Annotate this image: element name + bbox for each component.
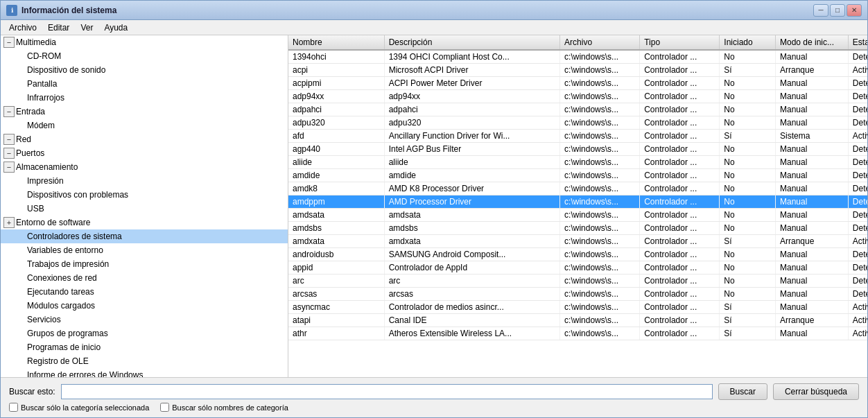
cell-tipo: Controlador ... — [640, 301, 720, 314]
table-row[interactable]: acpipmiACPI Power Meter Driverc:\windows… — [288, 77, 867, 90]
table-row[interactable]: amdk8AMD K8 Processor Driverc:\windows\s… — [288, 182, 867, 195]
table-row[interactable]: agp440Intel AGP Bus Filterc:\windows\s..… — [288, 143, 867, 156]
table-row[interactable]: acpiMicrosoft ACPI Driverc:\windows\s...… — [288, 64, 867, 77]
cell-archivo: c:\windows\s... — [560, 116, 640, 130]
table-row[interactable]: afdAncillary Function Driver for Wi...c:… — [288, 130, 867, 143]
cell-descripcion: Intel AGP Bus Filter — [384, 143, 559, 156]
tree-item-controladores-sistema[interactable]: Controladores de sistema — [1, 229, 288, 243]
table-row[interactable]: amdxataamdxatac:\windows\s...Controlador… — [288, 235, 867, 248]
table-row[interactable]: amdsbsamdsbsc:\windows\s...Controlador .… — [288, 222, 867, 235]
tree-item-impresion[interactable]: Impresión — [1, 174, 288, 188]
cell-tipo: Controlador ... — [640, 222, 720, 235]
minimize-button[interactable]: ─ — [813, 4, 828, 17]
col-header-tipo[interactable]: Tipo — [640, 35, 720, 50]
search-options: Buscar sólo la categoría seleccionada Bu… — [9, 403, 859, 412]
tree-item-multimedia[interactable]: −Multimedia — [1, 35, 288, 49]
cell-modo: Manual — [775, 248, 848, 261]
cell-estado: Detenido — [848, 222, 867, 235]
tree-item-puertos[interactable]: −Puertos — [1, 146, 288, 160]
maximize-button[interactable]: □ — [830, 4, 845, 17]
close-button[interactable]: ✕ — [847, 4, 862, 17]
tree-item-dispositivo-sonido[interactable]: Dispositivo de sonido — [1, 63, 288, 77]
table-row[interactable]: arcsasarcsasc:\windows\s...Controlador .… — [288, 288, 867, 301]
search-option-1[interactable]: Buscar sólo la categoría seleccionada — [9, 403, 149, 412]
tree-toggle-red[interactable]: − — [3, 134, 15, 145]
tree-item-conexiones-red[interactable]: Conexiones de red — [1, 271, 288, 285]
search-option-2-checkbox[interactable] — [160, 403, 169, 412]
tree-item-entrada[interactable]: −Entrada — [1, 105, 288, 119]
tree-item-cd-rom[interactable]: CD-ROM — [1, 49, 288, 63]
tree-toggle-multimedia[interactable]: − — [3, 37, 15, 48]
table-row[interactable]: amdideamdidec:\windows\s...Controlador .… — [288, 169, 867, 182]
col-header-modo[interactable]: Modo de inic... — [775, 35, 848, 50]
tree-label-grupos-programas: Grupos de programas — [27, 329, 108, 338]
cell-tipo: Controlador ... — [640, 275, 720, 288]
tree-item-pantalla[interactable]: Pantalla — [1, 77, 288, 91]
cell-archivo: c:\windows\s... — [560, 169, 640, 182]
tree-item-infrarrojos[interactable]: Infrarrojos — [1, 91, 288, 105]
tree-toggle-almacenamiento[interactable]: − — [3, 162, 15, 173]
tree-label-programas-inicio: Programas de inicio — [27, 342, 101, 352]
tree-item-grupos-programas[interactable]: Grupos de programas — [1, 326, 288, 340]
window-controls: ─ □ ✕ — [813, 4, 862, 17]
tree-container[interactable]: −MultimediaCD-ROMDispositivo de sonidoPa… — [1, 35, 288, 377]
tree-item-variables-entorno[interactable]: Variables de entorno — [1, 243, 288, 257]
cell-iniciado: No — [720, 182, 776, 195]
table-row[interactable]: 1394ohci1394 OHCI Compliant Host Co...c:… — [288, 50, 867, 64]
table-row[interactable]: athrAtheros Extensible Wireless LA...c:\… — [288, 327, 867, 340]
tree-toggle-puertos[interactable]: − — [3, 148, 15, 159]
col-header-descripcion[interactable]: Descripción — [384, 35, 559, 50]
menu-ver[interactable]: Ver — [75, 21, 98, 34]
tree-item-red[interactable]: −Red — [1, 132, 288, 146]
table-container[interactable]: NombreDescripciónArchivoTipoIniciadoModo… — [288, 35, 867, 377]
search-input[interactable] — [61, 384, 713, 399]
cell-archivo: c:\windows\s... — [560, 90, 640, 103]
tree-item-trabajos-impresion[interactable]: Trabajos de impresión — [1, 257, 288, 271]
table-row[interactable]: aliidealiidec:\windows\s...Controlador .… — [288, 156, 867, 169]
search-option-1-checkbox[interactable] — [9, 403, 18, 412]
tree-item-modulos-cargados[interactable]: Módulos cargados — [1, 299, 288, 313]
table-row[interactable]: amdppmAMD Processor Driverc:\windows\s..… — [288, 195, 867, 209]
table-row[interactable]: androidusbSAMSUNG Android Composit...c:\… — [288, 248, 867, 261]
cell-nombre: adp94xx — [288, 90, 384, 103]
tree-item-dispositivos-problemas[interactable]: Dispositivos con problemas — [1, 188, 288, 202]
cell-modo: Manual — [775, 116, 848, 130]
col-header-iniciado[interactable]: Iniciado — [720, 35, 776, 50]
table-row[interactable]: amdsataamdsatac:\windows\s...Controlador… — [288, 209, 867, 222]
tree-toggle-entorno-software[interactable]: + — [3, 217, 15, 228]
cell-tipo: Controlador ... — [640, 248, 720, 261]
cell-iniciado: No — [720, 156, 776, 169]
search-option-2[interactable]: Buscar sólo nombres de categoría — [160, 403, 288, 412]
cell-modo: Manual — [775, 195, 848, 209]
tree-item-usb[interactable]: USB — [1, 202, 288, 216]
tree-item-informe-errores[interactable]: Informe de errores de Windows — [1, 368, 288, 377]
tree-item-ejecutando-tareas[interactable]: Ejecutando tareas — [1, 285, 288, 299]
window-title: Información del sistema — [21, 6, 813, 15]
table-row[interactable]: arcarcc:\windows\s...Controlador ...NoMa… — [288, 275, 867, 288]
table-row[interactable]: appidControlador de AppIdc:\windows\s...… — [288, 261, 867, 275]
table-row[interactable]: adpahciadpahcic:\windows\s...Controlador… — [288, 103, 867, 116]
cell-descripcion: Canal IDE — [384, 314, 559, 327]
menu-archivo[interactable]: Archivo — [3, 21, 42, 34]
tree-item-servicios[interactable]: Servicios — [1, 313, 288, 326]
table-row[interactable]: adp94xxadp94xxc:\windows\s...Controlador… — [288, 90, 867, 103]
col-header-nombre[interactable]: Nombre — [288, 35, 384, 50]
tree-item-registro-ole[interactable]: Registro de OLE — [1, 354, 288, 368]
tree-toggle-entrada[interactable]: − — [3, 106, 15, 117]
table-row[interactable]: asyncmacControlador de medios asincr...c… — [288, 301, 867, 314]
tree-item-modem[interactable]: Módem — [1, 119, 288, 132]
menu-editar[interactable]: Editar — [42, 21, 75, 34]
close-search-button[interactable]: Cerrar búsqueda — [773, 383, 859, 400]
tree-item-programas-inicio[interactable]: Programas de inicio — [1, 340, 288, 354]
tree-item-entorno-software[interactable]: +Entorno de software — [1, 216, 288, 229]
cell-modo: Manual — [775, 50, 848, 64]
search-button[interactable]: Buscar — [718, 383, 767, 400]
search-row: Buscar esto: Buscar Cerrar búsqueda — [9, 383, 859, 400]
table-row[interactable]: adpu320adpu320c:\windows\s...Controlador… — [288, 116, 867, 130]
col-header-archivo[interactable]: Archivo — [560, 35, 640, 50]
table-row[interactable]: atapiCanal IDEc:\windows\s...Controlador… — [288, 314, 867, 327]
tree-item-almacenamiento[interactable]: −Almacenamiento — [1, 160, 288, 174]
menu-ayuda[interactable]: Ayuda — [98, 21, 133, 34]
cell-nombre: amdsata — [288, 209, 384, 222]
col-header-estado[interactable]: Estado — [848, 35, 867, 50]
